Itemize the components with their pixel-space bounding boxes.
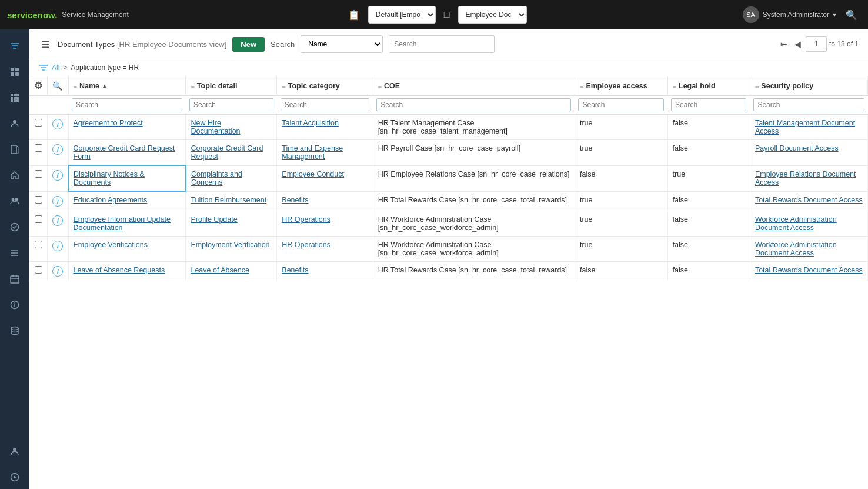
col-menu-icon-topic-category[interactable]: ≡ (282, 82, 285, 89)
search-icon[interactable]: 🔍 (52, 81, 62, 91)
row-name-link[interactable]: Leave of Absence Requests (74, 266, 165, 274)
sidebar-item-calendar[interactable] (3, 267, 26, 291)
row-security-policy-link[interactable]: Total Rewards Document Access (755, 266, 863, 274)
page-number-input[interactable] (806, 36, 827, 52)
row-topic-detail-link[interactable]: Employment Verification (191, 241, 269, 249)
th-coe-label: COE (384, 82, 400, 90)
info-icon[interactable]: i (52, 196, 63, 207)
row-checkbox[interactable] (35, 144, 42, 152)
info-icon[interactable]: i (52, 241, 63, 251)
sidebar-item-info[interactable] (3, 293, 26, 317)
row-checkbox[interactable] (35, 119, 42, 127)
search-topic-category-input[interactable] (281, 98, 369, 111)
col-menu-icon-topic-detail[interactable]: ≡ (191, 82, 194, 89)
row-checkbox[interactable] (35, 241, 42, 248)
sidebar-item-apps[interactable] (3, 86, 26, 109)
table-row: iEmployee Information Update Documentati… (29, 211, 868, 236)
row-topic-detail-link[interactable]: Leave of Absence (191, 266, 249, 274)
row-topic-category-link[interactable]: HR Operations (282, 241, 330, 249)
logo: servicenow. (7, 10, 57, 20)
row-topic-category-link[interactable]: HR Operations (282, 215, 330, 224)
row-topic-detail-link[interactable]: Complaints and Concerns (191, 170, 242, 187)
row-checkbox[interactable] (35, 196, 42, 204)
row-topic-category-link[interactable]: Time and Expense Management (282, 144, 343, 161)
col-menu-icon-employee-access[interactable]: ≡ (580, 82, 583, 89)
row-checkbox[interactable] (35, 215, 42, 223)
sidebar-item-team[interactable] (3, 189, 26, 213)
sidebar-item-home[interactable] (3, 164, 26, 187)
search-cell-name (68, 95, 186, 114)
row-security-policy-link[interactable]: Total Rewards Document Access (755, 196, 863, 204)
row-security-policy-link[interactable]: Employee Relations Document Access (755, 170, 856, 187)
search-name-input[interactable] (72, 98, 182, 111)
window-button[interactable]: □ (440, 7, 453, 22)
row-topic-detail-link[interactable]: Corporate Credit Card Request (191, 144, 263, 161)
sidebar-item-person[interactable] (3, 440, 26, 463)
svg-rect-13 (11, 99, 13, 102)
info-icon[interactable]: i (52, 266, 63, 277)
row-name-link[interactable]: Agreement to Protect (74, 119, 143, 127)
prev-page-button[interactable]: ◀ (792, 38, 803, 50)
search-topic-detail-input[interactable] (189, 98, 273, 111)
row-name-link[interactable]: Employee Information Update Documentatio… (74, 215, 171, 232)
gear-icon[interactable]: ⚙ (34, 81, 42, 91)
row-topic-category-link[interactable]: Employee Conduct (282, 170, 344, 178)
row-topic-detail-link[interactable]: New Hire Documentation (191, 119, 240, 135)
top-navigation: servicenow. Service Management 📋 Default… (0, 0, 868, 29)
row-checkbox[interactable] (35, 170, 42, 178)
row-topic-category-link[interactable]: Benefits (282, 196, 308, 204)
col-menu-icon-security-policy[interactable]: ≡ (755, 82, 759, 89)
user-area[interactable]: SA System Administrator ▾ (743, 6, 836, 23)
row-coe-cell: HR Talent Management Case [sn_hr_core_ca… (373, 114, 575, 140)
pagination-total: to 18 of 1 (829, 40, 859, 48)
row-security-policy-link[interactable]: Workforce Administration Document Access (755, 241, 837, 257)
row-topic-detail-link[interactable]: Profile Update (191, 215, 237, 224)
sidebar-item-user[interactable] (3, 112, 26, 135)
employee-doc-dropdown[interactable]: Employee Doc (458, 6, 527, 24)
info-icon[interactable]: i (52, 119, 63, 129)
row-security-policy-link[interactable]: Workforce Administration Document Access (755, 215, 837, 232)
col-menu-icon-name[interactable]: ≡ (74, 82, 77, 89)
row-info-cell: i (48, 236, 69, 261)
row-name-link[interactable]: Disciplinary Notices & Documents (74, 170, 145, 187)
view-name: [HR Employee Documents view] (117, 40, 226, 49)
row-name-link[interactable]: Education Agreements (74, 196, 148, 204)
th-settings: ⚙ (29, 76, 48, 95)
sidebar-item-database[interactable] (3, 319, 26, 342)
row-topic-detail-link[interactable]: Tuition Reimbursement (191, 196, 266, 204)
row-name-link[interactable]: Employee Verifications (74, 241, 148, 249)
col-menu-icon-coe[interactable]: ≡ (378, 82, 382, 89)
default-dropdown[interactable]: Default [Empo (368, 6, 436, 24)
search-security-policy-input[interactable] (753, 98, 864, 111)
row-checkbox[interactable] (35, 266, 42, 274)
row-topic-category-link[interactable]: Benefits (282, 266, 308, 274)
sidebar-item-filter[interactable] (3, 34, 26, 58)
search-coe-input[interactable] (376, 98, 571, 111)
sidebar-item-play[interactable] (3, 465, 26, 489)
row-security-policy-link[interactable]: Talent Management Document Access (755, 119, 855, 135)
sidebar-item-dashboard[interactable] (3, 60, 26, 84)
sidebar-item-document[interactable] (3, 138, 26, 161)
first-page-button[interactable]: ⇤ (778, 38, 790, 50)
th-coe: ≡ COE (373, 76, 575, 95)
search-legal-hold-input[interactable] (671, 98, 746, 111)
row-name-link[interactable]: Corporate Credit Card Request Form (74, 144, 175, 161)
col-menu-icon-legal-hold[interactable]: ≡ (673, 82, 676, 89)
clipboard-button[interactable]: 📋 (345, 7, 363, 23)
search-employee-access-input[interactable] (578, 98, 664, 111)
info-icon[interactable]: i (52, 170, 63, 181)
sidebar-item-check[interactable] (3, 215, 26, 239)
new-button[interactable]: New (232, 37, 265, 52)
info-icon[interactable]: i (52, 215, 63, 226)
info-icon[interactable]: i (52, 144, 63, 155)
row-topic-detail-cell: New Hire Documentation (186, 114, 277, 140)
search-field-select[interactable]: Name (301, 35, 383, 53)
row-security-policy-link[interactable]: Payroll Document Access (755, 144, 839, 152)
search-input[interactable] (389, 35, 495, 53)
sort-asc-icon[interactable]: ▲ (102, 82, 108, 89)
hamburger-button[interactable]: ☰ (39, 38, 52, 51)
search-nav-button[interactable]: 🔍 (842, 7, 861, 23)
row-topic-category-link[interactable]: Talent Acquisition (282, 119, 339, 127)
sidebar-item-list[interactable] (3, 241, 26, 265)
all-link[interactable]: All (52, 64, 59, 72)
